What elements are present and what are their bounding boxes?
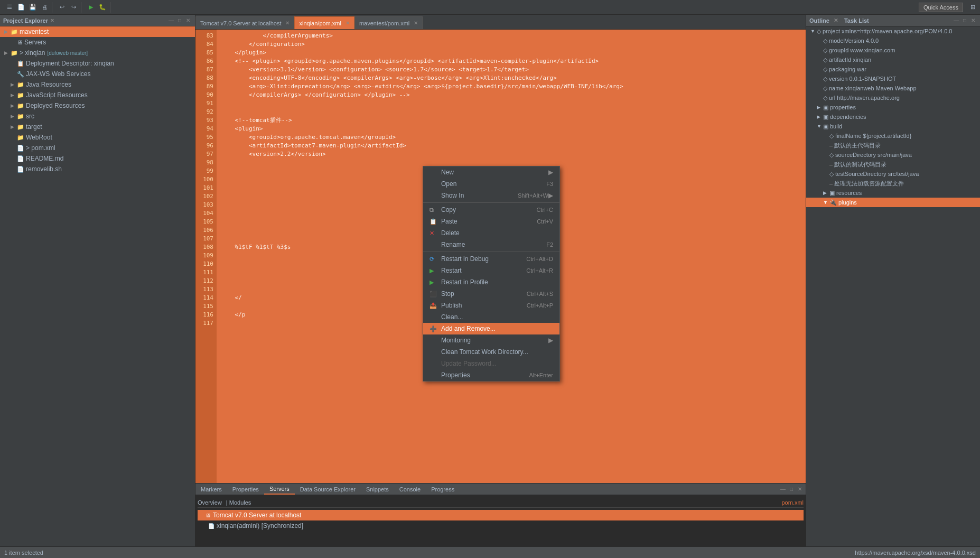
bottom-tab-properties[interactable]: Properties	[227, 483, 264, 495]
outline-header: Outline ✕ Task List — □ ✕	[806, 15, 980, 26]
toolbar-btn-perspective[interactable]: ⊞	[967, 2, 978, 13]
outline-item-artifactid[interactable]: ◇ artifactId xinqian	[806, 55, 980, 64]
tree-item-javascript[interactable]: ▶ 📁 JavaScript Resources	[0, 90, 195, 100]
outline-item-name[interactable]: ◇ name xinqianweb Maven Webapp	[806, 83, 980, 93]
context-menu-clean-tomcat[interactable]: Clean Tomcat Work Directory...	[423, 346, 559, 358]
outline-item-resource-comment[interactable]: – 处理无法加载资源配置文件	[806, 179, 980, 188]
task-list-tab[interactable]: Task List	[842, 17, 871, 24]
tree-item-maventest[interactable]: ▶ 📁 maventest	[0, 26, 195, 37]
context-menu-properties[interactable]: Properties Alt+Enter	[423, 369, 559, 381]
outline-item-build[interactable]: ▼ ▣ build	[806, 122, 980, 131]
project-explorer-close-icon[interactable]: ✕	[50, 18, 54, 23]
toolbar-btn-run[interactable]: ▶	[86, 2, 96, 13]
outline-item-properties[interactable]: ▶ ▣ properties	[806, 103, 980, 112]
outline-item-url[interactable]: ◇ url http://maven.apache.org	[806, 93, 980, 103]
context-menu-rename[interactable]: Rename F2	[423, 239, 559, 250]
tree-item-pom[interactable]: 📄 > pom.xml	[0, 143, 195, 153]
toolbar-btn-new[interactable]: 📄	[16, 2, 26, 13]
close-panel-btn[interactable]: ✕	[184, 17, 192, 24]
toolbar-btn-undo[interactable]: ↩	[57, 2, 67, 13]
outline-item-plugins[interactable]: ▼ 🔌 plugins	[806, 198, 980, 207]
outline-close-icon[interactable]: ✕	[834, 17, 838, 23]
tab-xinqian-pom[interactable]: xinqian/pom.xml ✕	[294, 16, 354, 29]
context-menu-restart[interactable]: ▶ Restart Ctrl+Alt+R	[423, 265, 559, 276]
outline-item-main-code[interactable]: – 默认的主代码目录	[806, 141, 980, 150]
bottom-tab-snippets[interactable]: Snippets	[361, 483, 394, 495]
tree-icon-pom: 📄	[17, 145, 24, 152]
tab-maventest-close[interactable]: ✕	[414, 20, 418, 26]
tree-item-java-resources[interactable]: ▶ 📁 Java Resources	[0, 79, 195, 90]
context-menu-add-remove[interactable]: ➕ Add and Remove...	[423, 323, 559, 334]
bottom-maximize-btn[interactable]: □	[788, 486, 795, 493]
bottom-tab-progress[interactable]: Progress	[426, 483, 460, 495]
outline-item-version[interactable]: ◇ version 0.0.1-SNAPSHOT	[806, 74, 980, 83]
outline-tab-label[interactable]: Outline	[809, 17, 829, 24]
pom-xml-link[interactable]: pom.xml	[781, 499, 804, 506]
outline-close-btn[interactable]: ✕	[969, 17, 977, 24]
outline-item-test-code[interactable]: – 默认的测试代码目录	[806, 160, 980, 169]
server-modules-tab[interactable]: | Modules	[226, 499, 251, 506]
outline-item-groupid[interactable]: ◇ groupId www.xinqian.com	[806, 45, 980, 55]
tab-xinqian-pom-label: xinqian/pom.xml	[299, 20, 341, 26]
tree-item-webroot[interactable]: 📁 WebRoot	[0, 132, 195, 143]
context-menu-new[interactable]: New ▶	[423, 166, 559, 178]
tree-item-target[interactable]: ▶ 📁 target	[0, 122, 195, 132]
server-list-item-tomcat[interactable]: ▶ 🖥 Tomcat v7.0 Server at localhost	[198, 510, 804, 520]
outline-minimize-btn[interactable]: —	[953, 17, 960, 24]
bottom-tab-servers[interactable]: Servers	[264, 483, 295, 495]
restart-debug-icon: ⟳	[430, 256, 438, 263]
outline-item-testdir[interactable]: ◇ testSourceDirectory src/test/java	[806, 169, 980, 179]
context-menu-show-in[interactable]: Show In Shift+Alt+W ▶	[423, 190, 559, 201]
context-menu-copy[interactable]: ⧉ Copy Ctrl+C	[423, 204, 559, 216]
outline-item-finalname[interactable]: ◇ finalName ${project.artifactId}	[806, 131, 980, 141]
tree-item-xinqian[interactable]: ▶ 📁 > xinqian [dufoweb master]	[0, 48, 195, 58]
tree-item-jaxws[interactable]: 🔧 JAX-WS Web Services	[0, 69, 195, 79]
tree-item-removelib[interactable]: 📄 removelib.sh	[0, 164, 195, 174]
quick-access-button[interactable]: Quick Access	[919, 3, 963, 12]
tab-maventest-pom[interactable]: maventest/pom.xml ✕	[354, 16, 423, 29]
line-numbers: 8384858687 8889909192 9394959697 9899100…	[195, 30, 217, 483]
context-menu-restart-debug[interactable]: ⟳ Restart in Debug Ctrl+Alt+D	[423, 253, 559, 265]
tree-item-src[interactable]: ▶ 📁 src	[0, 111, 195, 122]
tree-item-readme[interactable]: 📄 README.md	[0, 153, 195, 164]
toolbar-btn-print[interactable]: 🖨	[39, 2, 50, 13]
toolbar-btn-redo[interactable]: ↪	[68, 2, 79, 13]
tree-label-xinqian: > xinqian	[20, 49, 45, 57]
bottom-tab-datasource[interactable]: Data Source Explorer	[295, 483, 361, 495]
context-menu-delete[interactable]: ✕ Delete	[423, 227, 559, 239]
toolbar-btn-save[interactable]: 💾	[27, 2, 38, 13]
tree-item-servers[interactable]: 🖥 Servers	[0, 37, 195, 48]
tree-item-deployment[interactable]: 📋 Deployment Descriptor: xinqian	[0, 58, 195, 69]
outline-tree: ▼ ◇ project xmlns=http://maven.apache.or…	[806, 26, 980, 546]
outline-item-modelversion[interactable]: ◇ modelVersion 4.0.0	[806, 36, 980, 45]
context-menu-monitoring[interactable]: Monitoring ▶	[423, 334, 559, 346]
context-menu-restart-profile[interactable]: ▶ Restart in Profile	[423, 276, 559, 288]
toolbar-btn-debug[interactable]: 🐛	[97, 2, 108, 13]
context-menu-publish[interactable]: 📤 Publish Ctrl+Alt+P	[423, 300, 559, 311]
server-detail-xinqian[interactable]: 📄 xinqian(admini) [Synchronized]	[198, 520, 804, 531]
outline-item-sourcedir[interactable]: ◇ sourceDirectory src/main/java	[806, 150, 980, 160]
tree-label-src: src	[26, 113, 34, 120]
toolbar-btn-menu[interactable]: ☰	[4, 2, 15, 13]
minimize-panel-btn[interactable]: —	[167, 17, 175, 24]
context-menu-paste[interactable]: 📋 Paste Ctrl+V	[423, 216, 559, 227]
context-menu-stop[interactable]: ⬛ Stop Ctrl+Alt+S	[423, 288, 559, 300]
outline-item-dependencies[interactable]: ▶ ▣ dependencies	[806, 112, 980, 122]
tree-icon-maventest: 📁	[11, 29, 18, 35]
context-menu-clean[interactable]: Clean...	[423, 311, 559, 323]
outline-maximize-btn[interactable]: □	[961, 17, 968, 24]
bottom-minimize-btn[interactable]: —	[779, 486, 787, 493]
tree-item-deployed[interactable]: ▶ 📁 Deployed Resources	[0, 100, 195, 111]
outline-item-project[interactable]: ▼ ◇ project xmlns=http://maven.apache.or…	[806, 26, 980, 36]
outline-item-resources[interactable]: ▶ ▣ resources	[806, 188, 980, 198]
context-menu-open[interactable]: Open F3	[423, 178, 559, 190]
bottom-tab-console[interactable]: Console	[394, 483, 426, 495]
tab-tomcat-close[interactable]: ✕	[285, 20, 290, 26]
tab-tomcat-server[interactable]: Tomcat v7.0 Server at localhost ✕	[195, 16, 294, 29]
overview-tab[interactable]: Overview	[198, 499, 222, 506]
bottom-close-btn[interactable]: ✕	[796, 486, 804, 493]
maximize-panel-btn[interactable]: □	[176, 17, 183, 24]
outline-item-packaging[interactable]: ◇ packaging war	[806, 64, 980, 74]
bottom-tab-markers[interactable]: Markers	[195, 483, 227, 495]
tab-xinqian-close[interactable]: ✕	[346, 20, 350, 26]
